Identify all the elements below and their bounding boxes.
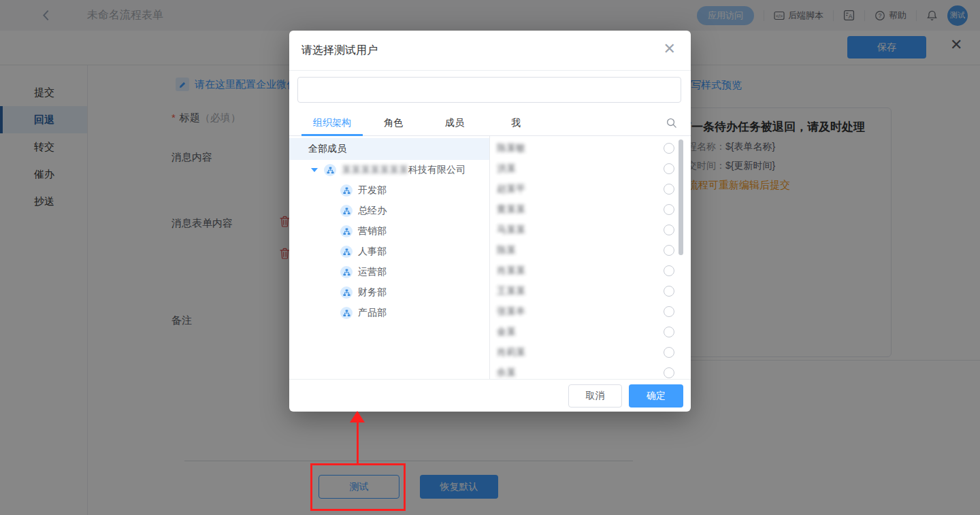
annotation-arrow-line: [357, 422, 359, 463]
radio-button[interactable]: [664, 265, 674, 276]
select-test-user-dialog: 请选择测试用户 ✕ 组织架构 角色 成员 我 全部成员 某某某某某某某科技有限公…: [289, 31, 691, 412]
selected-users-input[interactable]: [297, 77, 681, 103]
radio-button[interactable]: [664, 367, 674, 378]
scrollbar-thumb[interactable]: [679, 139, 683, 255]
radio-button[interactable]: [664, 306, 674, 317]
dialog-title: 请选择测试用户: [301, 44, 378, 58]
tab-org-structure[interactable]: 组织架构: [301, 111, 363, 135]
company-name-suffix: 科技有限公司: [408, 164, 466, 175]
radio-button[interactable]: [664, 347, 674, 358]
member-row[interactable]: 王某某: [490, 281, 691, 301]
tree-node-department[interactable]: 开发部: [289, 180, 489, 201]
org-icon: [340, 246, 353, 258]
department-name: 产品部: [358, 307, 387, 319]
tab-me[interactable]: 我: [485, 111, 546, 135]
member-name: 陈某敏: [497, 142, 525, 154]
radio-button[interactable]: [664, 245, 674, 256]
radio-button[interactable]: [664, 163, 674, 174]
member-name: 肖某某: [497, 265, 525, 277]
org-icon: [340, 184, 353, 197]
member-row[interactable]: 张某丰: [490, 301, 691, 322]
cancel-button[interactable]: 取消: [568, 384, 622, 408]
member-name: 黄某某: [497, 203, 525, 216]
member-row[interactable]: 黄某某: [490, 199, 691, 220]
department-name: 运营部: [358, 266, 387, 278]
member-row[interactable]: 陈某: [490, 240, 691, 261]
department-list: 开发部 总经办: [289, 180, 489, 323]
member-row[interactable]: 肖莉某: [490, 342, 691, 363]
tree-node-department[interactable]: 人事部: [289, 242, 489, 262]
member-name: 肖莉某: [497, 346, 525, 359]
department-name: 开发部: [358, 184, 387, 197]
radio-button[interactable]: [664, 204, 674, 215]
dialog-header: 请选择测试用户 ✕: [289, 31, 691, 71]
tree-node-company[interactable]: 某某某某某某某科技有限公司: [289, 160, 489, 180]
radio-button[interactable]: [664, 225, 674, 235]
company-name-masked: 某某某某某某某: [342, 164, 408, 175]
radio-button[interactable]: [664, 286, 674, 297]
annotation-rectangle: [310, 463, 406, 511]
org-icon: [340, 286, 353, 299]
member-name: 陈某: [497, 244, 516, 256]
department-name: 财务部: [358, 286, 387, 299]
confirm-button[interactable]: 确定: [629, 384, 683, 408]
all-members-header[interactable]: 全部成员: [289, 138, 489, 160]
member-row[interactable]: 肖某某: [490, 261, 691, 281]
org-icon: [340, 266, 353, 278]
tree-node-department[interactable]: 财务部: [289, 282, 489, 303]
member-name: 洪某: [497, 163, 516, 175]
member-name: 金某: [497, 326, 516, 338]
org-icon: [340, 307, 353, 319]
member-row[interactable]: 赵某平: [490, 179, 691, 199]
org-icon: [340, 225, 353, 237]
member-name: 佘某: [497, 367, 516, 379]
radio-button[interactable]: [664, 327, 674, 337]
org-icon: [340, 205, 353, 217]
tree-node-department[interactable]: 总经办: [289, 201, 489, 221]
department-name: 营销部: [358, 225, 387, 237]
member-row[interactable]: 陈某敏: [490, 138, 691, 159]
department-name: 人事部: [358, 246, 387, 258]
member-row[interactable]: 马某某: [490, 220, 691, 240]
annotation-arrow-head: [350, 411, 365, 422]
tab-member[interactable]: 成员: [424, 111, 485, 135]
member-name: 赵某平: [497, 183, 525, 195]
dialog-close-icon[interactable]: ✕: [664, 41, 676, 56]
member-name: 张某丰: [497, 305, 525, 318]
member-list: 陈某敏 洪某 赵某平: [490, 136, 691, 379]
org-tree-pane: 全部成员 某某某某某某某科技有限公司 开发部: [289, 136, 490, 379]
member-name: 王某某: [497, 285, 525, 297]
member-row[interactable]: 佘某: [490, 363, 691, 379]
dialog-body: 全部成员 某某某某某某某科技有限公司 开发部: [289, 136, 691, 379]
dialog-footer: 取消 确定: [289, 379, 691, 412]
dialog-tabs: 组织架构 角色 成员 我: [289, 111, 691, 136]
app-canvas: 未命名流程表单 应用访问 </> 后端脚本 A: [0, 0, 980, 515]
member-row[interactable]: 金某: [490, 322, 691, 342]
org-icon: [324, 164, 336, 176]
department-name: 总经办: [358, 205, 387, 217]
tree-node-department[interactable]: 营销部: [289, 221, 489, 242]
tab-role[interactable]: 角色: [363, 111, 424, 135]
tree-node-department[interactable]: 产品部: [289, 303, 489, 323]
member-row[interactable]: 洪某: [490, 159, 691, 179]
radio-button[interactable]: [664, 184, 674, 195]
tree-node-department[interactable]: 运营部: [289, 262, 489, 282]
member-name: 马某某: [497, 224, 525, 236]
member-pane: 陈某敏 洪某 赵某平: [490, 136, 691, 379]
search-icon[interactable]: [666, 117, 677, 131]
radio-button[interactable]: [664, 143, 674, 154]
caret-down-icon[interactable]: [311, 168, 318, 172]
